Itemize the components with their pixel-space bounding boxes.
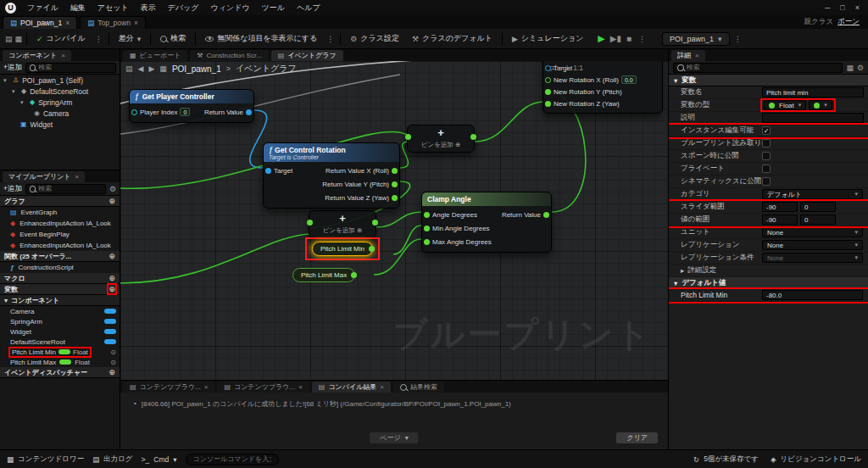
pin-add-input[interactable] — [405, 134, 411, 140]
compile-options-kebab-icon[interactable]: ⋮ — [93, 35, 104, 43]
value-range-max-input[interactable]: 0 — [800, 214, 836, 225]
add-variable-icon[interactable]: ⊕ — [108, 285, 115, 293]
tab-close-icon[interactable]: × — [204, 383, 209, 391]
row-advanced[interactable]: ▸ 詳細設定 — [669, 265, 868, 277]
pin-clamp-return[interactable] — [543, 212, 549, 218]
event-graph-canvas[interactable]: ▤ ◀ ▶ ▦ POI_pawn_1 > イベントグラフ ズーム 1:1 ブルー… — [120, 61, 668, 380]
tab-close-icon[interactable]: × — [61, 52, 65, 59]
tab-construction-script[interactable]: ⚒ Construction Scr... — [190, 50, 269, 61]
components-search-box[interactable] — [25, 63, 116, 73]
node-get-pitch-limit-max[interactable]: Pitch Limit Max — [292, 268, 355, 282]
expander-icon[interactable]: ▾ — [20, 99, 26, 106]
tab-close-icon[interactable]: × — [65, 19, 70, 27]
toolbar-overflow-kebab-icon[interactable]: ⋮ — [732, 35, 743, 43]
pin-return-value[interactable] — [246, 109, 252, 115]
window-maximize-button[interactable]: □ — [840, 3, 844, 12]
play-options-kebab-icon[interactable]: ⋮ — [637, 35, 648, 43]
menu-file[interactable]: ファイル — [21, 3, 64, 14]
nav-back-icon[interactable]: ◀ — [138, 64, 144, 73]
section-variables[interactable]: 変数 ⊕ — [0, 284, 120, 295]
private-checkbox[interactable] — [762, 164, 771, 173]
tab-event-graph[interactable]: ▤ イベントグラフ — [271, 50, 343, 61]
tab-viewport[interactable]: ▦ ビューポート — [123, 50, 187, 61]
details-section-default-value[interactable]: ▾ デフォルト値 — [669, 277, 868, 289]
settings-gear-icon[interactable]: ⚙ — [857, 64, 864, 72]
add-function-icon[interactable]: ⊕ — [108, 252, 115, 260]
pin-min-angle-degrees[interactable] — [424, 226, 430, 231]
pin-add-output[interactable] — [372, 220, 378, 226]
pin-new-rotation-x[interactable] — [545, 77, 551, 83]
default-pitch-limit-min-input[interactable]: -80.0 — [762, 290, 863, 300]
graph-doc-icon[interactable]: ▤ — [125, 64, 133, 73]
add-macro-icon[interactable]: ⊕ — [108, 274, 115, 282]
class-defaults-button[interactable]: ⚒ クラスのデフォルト — [407, 31, 498, 46]
variable-row-pitch-limit-max[interactable]: Pitch Limit Max Float ⊙ — [0, 357, 120, 367]
category-dropdown[interactable]: デフォルト ▾ — [762, 189, 863, 199]
add-pin-label[interactable]: ピンを追加 ⊕ — [408, 141, 474, 152]
clear-log-button[interactable]: クリア — [616, 432, 658, 443]
variable-name-input[interactable] — [762, 87, 864, 98]
component-tree-item-self[interactable]: ▾ ♙ POI_pawn_1 (Self) — [0, 75, 120, 86]
units-dropdown[interactable]: None ▾ — [762, 227, 863, 237]
variable-category-components[interactable]: ▾ コンポーネント — [0, 295, 120, 306]
graph-item-beginplay[interactable]: ◆ Event BeginPlay — [0, 229, 120, 240]
details-section-variable[interactable]: ▾ 変数 — [669, 75, 868, 86]
pin-max-angle-degrees[interactable] — [424, 239, 430, 245]
hide-unrelated-button[interactable]: 無関係な項目を非表示にする — [200, 31, 322, 46]
cmd-dropdown[interactable]: >_ Cmd ▾ — [142, 455, 177, 464]
my-blueprint-panel-tab[interactable]: マイブループリント × — [3, 171, 85, 182]
frame-skip-button[interactable]: ▶▮ — [610, 34, 621, 43]
page-dropdown-button[interactable]: ページ ▾ — [370, 432, 418, 443]
hide-unrelated-options-kebab-icon[interactable]: ⋮ — [325, 35, 336, 43]
stop-button[interactable]: ■ — [626, 34, 632, 43]
nav-forward-icon[interactable]: ▶ — [148, 64, 154, 73]
variable-row-springarm[interactable]: SpringArm — [0, 316, 120, 326]
node-get-player-controller[interactable]: ƒ Get Player Controller Player Index 0 R… — [129, 89, 254, 123]
pin-return-y-pitch[interactable] — [392, 181, 398, 187]
instance-editable-eye-icon[interactable]: ⊙ — [110, 348, 116, 356]
instance-editable-checkbox[interactable]: ✓ — [762, 126, 771, 135]
asset-tab-poi-pawn[interactable]: ▤ POI_pawn_1 × — [3, 16, 77, 29]
value-range-min-input[interactable]: -90 — [762, 214, 798, 225]
expose-on-spawn-checkbox[interactable] — [762, 152, 771, 160]
tab-content-browser-2[interactable]: ▤ コンテンツブラウ... × — [217, 382, 309, 393]
details-search-box[interactable] — [673, 63, 843, 73]
tab-close-icon[interactable]: × — [75, 173, 80, 181]
node-add-pin-2[interactable]: + ピンを追加 ⊕ — [309, 210, 376, 238]
tab-find-results[interactable]: 結果検索 — [393, 382, 444, 393]
simulation-button[interactable]: ▶ シミュレーション — [507, 31, 588, 46]
pin-target[interactable] — [265, 168, 271, 174]
add-graph-icon[interactable]: ⊕ — [108, 197, 115, 205]
window-close-button[interactable]: × — [855, 3, 860, 12]
diff-button[interactable]: 差分 ▾ — [114, 31, 147, 46]
blueprint-readonly-checkbox[interactable] — [762, 139, 771, 148]
unsaved-status[interactable]: ↻ 5個が未保存です — [693, 454, 759, 465]
display-filter-icon[interactable]: ▦ — [846, 64, 854, 72]
node-get-pitch-limit-min[interactable]: Pitch Limit Min — [312, 242, 373, 256]
node-clamp-angle[interactable]: Clamp Angle Angle Degrees Return Value M… — [421, 192, 552, 253]
pin-new-rotation-y[interactable] — [545, 89, 551, 95]
details-search-input[interactable] — [687, 64, 839, 71]
my-blueprint-search-input[interactable] — [38, 185, 102, 192]
add-pin-label[interactable]: ピンを追加 ⊕ — [309, 226, 376, 237]
components-search-input[interactable] — [38, 64, 112, 71]
instance-editable-eye-icon[interactable]: ⊙ — [110, 359, 116, 366]
find-button[interactable]: 検索 — [155, 31, 191, 46]
slider-range-max-input[interactable]: 0 — [800, 202, 836, 212]
tab-close-icon[interactable]: × — [695, 52, 699, 59]
tab-close-icon[interactable]: × — [134, 19, 138, 27]
graph-item-ia-look-2[interactable]: ◆ EnhancedInputAction IA_Look — [0, 240, 120, 251]
add-component-button[interactable]: +追加 — [3, 63, 22, 73]
pin-return-x-roll[interactable] — [392, 168, 398, 174]
filter-gear-icon[interactable]: ⚙ — [109, 185, 116, 193]
node-get-control-rotation[interactable]: ƒ Get Control Rotation Target is Control… — [263, 142, 400, 209]
pin-angle-degrees[interactable] — [424, 212, 430, 218]
console-command-input[interactable] — [186, 454, 279, 465]
menu-asset[interactable]: アセット — [92, 3, 135, 14]
section-graphs[interactable]: グラフ ⊕ — [0, 196, 120, 207]
play-button[interactable]: ▶ — [598, 33, 604, 44]
asset-tab-top-pown[interactable]: ▤ Top_pown × — [80, 16, 146, 29]
pin-value-rotation-x[interactable]: 0.0 — [621, 75, 637, 84]
menu-edit[interactable]: 編集 — [64, 3, 92, 14]
component-tree-item-widget[interactable]: ▣ Widget — [0, 119, 120, 130]
